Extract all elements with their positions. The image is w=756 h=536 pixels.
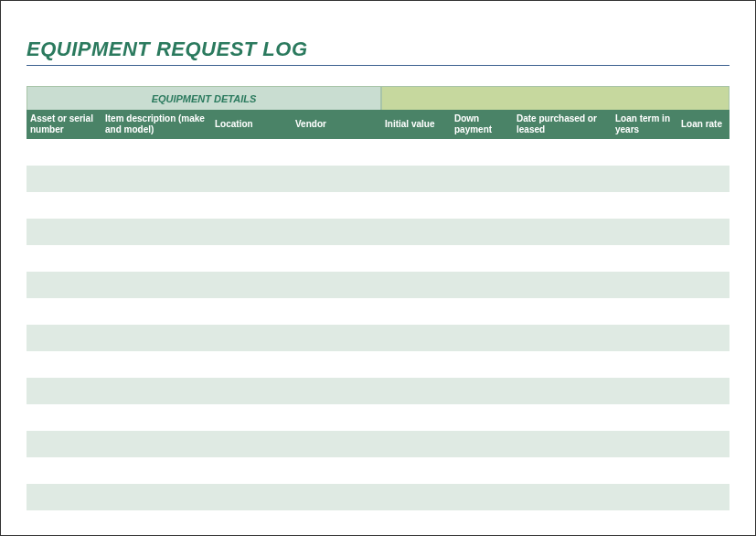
- cell[interactable]: [513, 139, 612, 166]
- cell[interactable]: [451, 484, 513, 510]
- cell[interactable]: [101, 378, 211, 404]
- cell[interactable]: [612, 245, 677, 272]
- cell[interactable]: [451, 378, 513, 404]
- cell[interactable]: [612, 431, 677, 457]
- cell[interactable]: [211, 192, 292, 219]
- cell[interactable]: [211, 378, 292, 404]
- cell[interactable]: [211, 166, 292, 192]
- cell[interactable]: [101, 219, 211, 245]
- cell[interactable]: [211, 219, 292, 245]
- cell[interactable]: [292, 457, 381, 484]
- cell[interactable]: [27, 457, 101, 484]
- cell[interactable]: [677, 219, 729, 245]
- table-row[interactable]: [27, 245, 729, 272]
- cell[interactable]: [451, 166, 513, 192]
- table-row[interactable]: [27, 272, 729, 298]
- cell[interactable]: [513, 378, 612, 404]
- cell[interactable]: [101, 245, 211, 272]
- cell[interactable]: [612, 139, 677, 166]
- cell[interactable]: [612, 272, 677, 298]
- cell[interactable]: [513, 351, 612, 378]
- cell[interactable]: [381, 404, 451, 431]
- table-row[interactable]: [27, 139, 729, 166]
- cell[interactable]: [211, 139, 292, 166]
- cell[interactable]: [677, 272, 729, 298]
- cell[interactable]: [27, 484, 101, 510]
- cell[interactable]: [451, 139, 513, 166]
- cell[interactable]: [612, 378, 677, 404]
- cell[interactable]: [451, 431, 513, 457]
- cell[interactable]: [677, 404, 729, 431]
- cell[interactable]: [381, 378, 451, 404]
- cell[interactable]: [101, 298, 211, 325]
- cell[interactable]: [101, 272, 211, 298]
- table-row[interactable]: [27, 457, 729, 484]
- cell[interactable]: [101, 457, 211, 484]
- cell[interactable]: [101, 325, 211, 351]
- cell[interactable]: [677, 431, 729, 457]
- cell[interactable]: [292, 431, 381, 457]
- cell[interactable]: [612, 192, 677, 219]
- cell[interactable]: [211, 245, 292, 272]
- cell[interactable]: [292, 272, 381, 298]
- cell[interactable]: [513, 192, 612, 219]
- cell[interactable]: [451, 245, 513, 272]
- cell[interactable]: [27, 139, 101, 166]
- cell[interactable]: [211, 431, 292, 457]
- cell[interactable]: [27, 219, 101, 245]
- table-row[interactable]: [27, 166, 729, 192]
- cell[interactable]: [612, 404, 677, 431]
- cell[interactable]: [612, 325, 677, 351]
- cell[interactable]: [101, 404, 211, 431]
- cell[interactable]: [292, 219, 381, 245]
- cell[interactable]: [677, 351, 729, 378]
- cell[interactable]: [513, 219, 612, 245]
- cell[interactable]: [381, 431, 451, 457]
- cell[interactable]: [292, 378, 381, 404]
- cell[interactable]: [451, 219, 513, 245]
- cell[interactable]: [612, 484, 677, 510]
- cell[interactable]: [381, 351, 451, 378]
- cell[interactable]: [513, 404, 612, 431]
- cell[interactable]: [211, 457, 292, 484]
- cell[interactable]: [677, 484, 729, 510]
- cell[interactable]: [381, 219, 451, 245]
- cell[interactable]: [381, 245, 451, 272]
- cell[interactable]: [612, 166, 677, 192]
- table-row[interactable]: [27, 431, 729, 457]
- cell[interactable]: [292, 351, 381, 378]
- cell[interactable]: [101, 139, 211, 166]
- cell[interactable]: [677, 457, 729, 484]
- cell[interactable]: [513, 166, 612, 192]
- cell[interactable]: [381, 192, 451, 219]
- cell[interactable]: [27, 192, 101, 219]
- cell[interactable]: [211, 298, 292, 325]
- cell[interactable]: [513, 484, 612, 510]
- table-row[interactable]: [27, 192, 729, 219]
- table-row[interactable]: [27, 351, 729, 378]
- cell[interactable]: [612, 219, 677, 245]
- cell[interactable]: [451, 298, 513, 325]
- cell[interactable]: [451, 404, 513, 431]
- cell[interactable]: [381, 484, 451, 510]
- table-row[interactable]: [27, 325, 729, 351]
- cell[interactable]: [101, 351, 211, 378]
- cell[interactable]: [381, 139, 451, 166]
- cell[interactable]: [677, 166, 729, 192]
- cell[interactable]: [677, 298, 729, 325]
- cell[interactable]: [211, 404, 292, 431]
- cell[interactable]: [211, 325, 292, 351]
- cell[interactable]: [381, 166, 451, 192]
- table-row[interactable]: [27, 484, 729, 510]
- cell[interactable]: [292, 325, 381, 351]
- cell[interactable]: [612, 351, 677, 378]
- cell[interactable]: [27, 351, 101, 378]
- table-row[interactable]: [27, 219, 729, 245]
- cell[interactable]: [292, 245, 381, 272]
- cell[interactable]: [677, 378, 729, 404]
- table-row[interactable]: [27, 298, 729, 325]
- cell[interactable]: [292, 484, 381, 510]
- cell[interactable]: [27, 272, 101, 298]
- cell[interactable]: [101, 192, 211, 219]
- cell[interactable]: [292, 139, 381, 166]
